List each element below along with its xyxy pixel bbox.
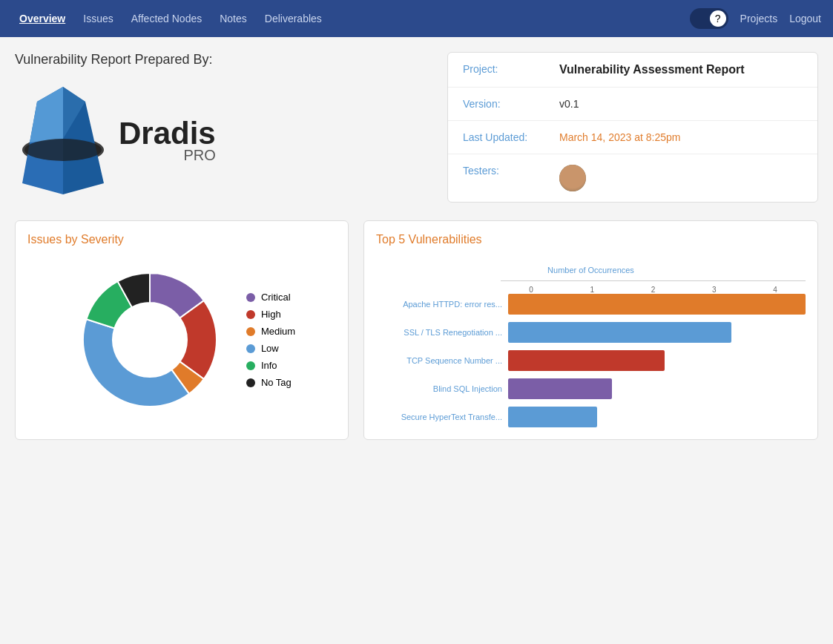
nav-link-issues[interactable]: Issues [76,8,120,29]
toggle-knob: ? [710,10,726,27]
legend-label: Medium [261,326,295,337]
dradis-logo [15,79,111,200]
bar-chart-title: Top 5 Vulnerabilities [376,233,806,246]
bar-fill [508,407,597,427]
x-axis-line [501,280,806,281]
bar-chart: Apache HTTPD: error res...SSL / TLS Rene… [376,294,806,427]
x-axis: 01234 [501,286,806,294]
bar-track [508,407,806,427]
bar-fill [508,378,612,399]
dradis-pro: PRO [119,148,216,162]
bar-label: SSL / TLS Renegotiation ... [383,328,502,337]
projects-link[interactable]: Projects [740,13,778,24]
project-label: Project: [463,63,559,75]
legend-label: No Tag [261,377,292,388]
donut-legend: CriticalHighMediumLowInfoNo Tag [246,292,295,388]
legend-item: Low [246,343,295,354]
legend-dot [246,293,255,302]
x-tick: 3 [684,286,745,294]
legend-dot [246,378,255,387]
bar-label: Secure HyperText Transfe... [383,413,502,421]
bar-chart-card: Top 5 Vulnerabilities Number of Occurren… [363,220,818,440]
logo-container: DradisPRO [15,79,432,200]
bar-chart-area: Number of Occurrences 01234Apache HTTPD:… [376,258,806,427]
legend-dot [246,361,255,370]
donut-chart-card: Issues by Severity CriticalHighMediumLow… [15,220,349,440]
x-tick: 2 [622,286,683,294]
bar-fill [508,294,806,315]
prepared-by-label: Vulnerability Report Prepared By: [15,52,432,68]
nav-link-affected-nodes[interactable]: Affected Nodes [124,8,209,29]
avatar-face [559,165,586,191]
legend-label: Low [261,343,279,354]
project-card: Project: Vulnerability Assessment Report… [447,52,818,203]
top-section: Vulnerability Report Prepared By: [15,52,818,203]
theme-toggle[interactable]: ? [690,8,728,29]
nav-link-deliverables[interactable]: Deliverables [257,8,329,29]
charts-section: Issues by Severity CriticalHighMediumLow… [15,220,818,440]
bar-track [508,350,806,371]
logo-area: Vulnerability Report Prepared By: [15,52,432,203]
x-tick: 4 [745,286,806,294]
legend-dot [246,344,255,353]
legend-item: Info [246,360,295,371]
version-label: Version: [463,98,559,110]
bar-axis-label: Number of Occurrences [376,266,806,275]
bar-fill [508,322,731,343]
nav-links: OverviewIssuesAffected NodesNotesDeliver… [12,8,690,29]
project-version-row: Version: v0.1 [448,88,817,121]
svg-point-4 [24,139,102,161]
bar-chart-container: 01234Apache HTTPD: error res...SSL / TLS… [376,280,806,427]
donut-chart-title: Issues by Severity [27,233,336,246]
legend-item: Critical [246,292,295,303]
bar-row: SSL / TLS Renegotiation ... [383,322,806,343]
dradis-brand: DradisPRO [119,118,216,162]
bar-label: Blind SQL Injection [383,384,502,393]
svg-marker-3 [30,87,63,142]
bar-track [508,294,806,315]
bar-row: Secure HyperText Transfe... [383,407,806,427]
bar-fill [508,350,665,371]
last-updated-value: March 14, 2023 at 8:25pm [559,131,680,143]
dradis-name: DradisPRO [119,118,216,162]
project-name-row: Project: Vulnerability Assessment Report [448,53,817,88]
donut-inner: CriticalHighMediumLowInfoNo Tag [27,258,336,421]
project-testers-row: Testers: [448,154,817,202]
donut-svg [68,258,231,421]
bar-label: TCP Sequence Number ... [383,356,502,365]
bar-row: Blind SQL Injection [383,378,806,399]
legend-dot [246,327,255,336]
logout-link[interactable]: Logout [789,13,821,24]
tester-avatar [559,165,586,191]
legend-label: Critical [261,292,291,303]
version-value: v0.1 [559,98,579,110]
legend-label: High [261,309,281,320]
x-tick: 1 [562,286,622,294]
legend-item: High [246,309,295,320]
legend-item: No Tag [246,377,295,388]
testers-label: Testers: [463,165,559,177]
legend-label: Info [261,360,277,371]
nav-link-overview[interactable]: Overview [12,8,73,29]
legend-item: Medium [246,326,295,337]
x-tick: 0 [501,286,562,294]
legend-dot [246,310,255,319]
last-updated-label: Last Updated: [463,131,559,143]
main-content: Vulnerability Report Prepared By: [0,37,833,455]
bar-label: Apache HTTPD: error res... [383,300,502,309]
bar-track [508,322,806,343]
bar-track [508,378,806,399]
project-updated-row: Last Updated: March 14, 2023 at 8:25pm [448,121,817,154]
bar-row: TCP Sequence Number ... [383,350,806,371]
nav-link-notes[interactable]: Notes [212,8,254,29]
bar-row: Apache HTTPD: error res... [383,294,806,315]
navbar: OverviewIssuesAffected NodesNotesDeliver… [0,0,833,37]
project-name-value: Vulnerability Assessment Report [559,63,745,76]
nav-right: ? Projects Logout [690,8,821,29]
